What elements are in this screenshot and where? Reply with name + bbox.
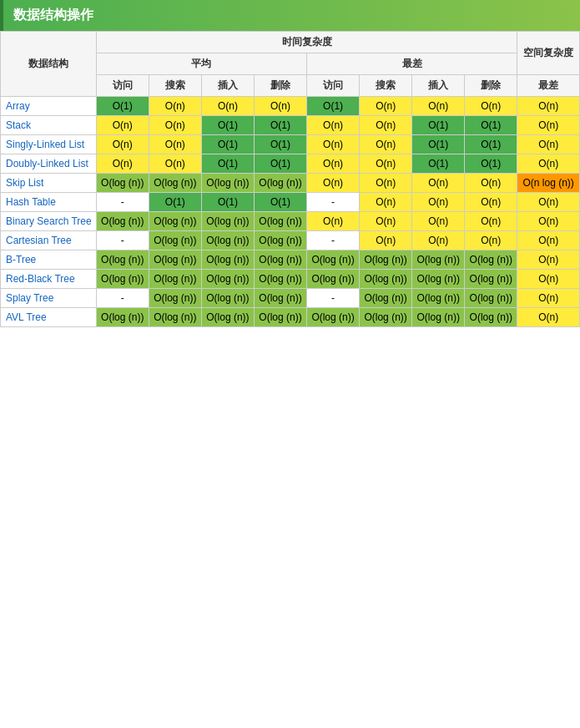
avg-cell: O(log (n)) bbox=[96, 250, 149, 270]
worst-cell: O(log (n)) bbox=[412, 308, 465, 327]
worst-cell: O(n) bbox=[360, 154, 412, 174]
worst-cell: O(n) bbox=[360, 193, 412, 212]
ds-name-cell[interactable]: Hash Table bbox=[1, 193, 97, 212]
avg-cell: O(1) bbox=[254, 193, 306, 212]
worst-cell: O(log (n)) bbox=[360, 250, 412, 270]
ds-name-cell[interactable]: Red-Black Tree bbox=[1, 270, 97, 289]
avg-cell: O(log (n)) bbox=[96, 212, 149, 231]
col-worst-insert: 插入 bbox=[412, 75, 465, 97]
ds-name-cell[interactable]: B-Tree bbox=[1, 250, 97, 270]
avg-cell: O(log (n)) bbox=[201, 250, 254, 270]
avg-cell: O(n) bbox=[96, 116, 149, 135]
space-cell: O(n) bbox=[517, 289, 580, 308]
ds-name-cell[interactable]: Cartesian Tree bbox=[1, 231, 97, 250]
worst-cell: O(log (n)) bbox=[465, 308, 517, 327]
table-row: Splay Tree-O(log (n))O(log (n))O(log (n)… bbox=[1, 289, 580, 308]
avg-cell: O(log (n)) bbox=[254, 270, 306, 289]
ds-name-cell[interactable]: AVL Tree bbox=[1, 308, 97, 327]
worst-cell: O(log (n)) bbox=[465, 250, 517, 270]
ds-name-cell[interactable]: Splay Tree bbox=[1, 289, 97, 308]
ds-name-cell[interactable]: Singly-Linked List bbox=[1, 135, 97, 154]
space-cell: O(n) bbox=[517, 193, 580, 212]
worst-cell: O(log (n)) bbox=[412, 289, 465, 308]
space-cell: O(n) bbox=[517, 212, 580, 231]
header-row-1: 数据结构 时间复杂度 空间复杂度 bbox=[1, 32, 580, 53]
worst-cell: O(log (n)) bbox=[307, 250, 360, 270]
avg-cell: O(log (n)) bbox=[254, 174, 306, 193]
table-row: Singly-Linked ListO(n)O(n)O(1)O(1)O(n)O(… bbox=[1, 135, 580, 154]
page-container: 数据结构操作 数据结构 时间复杂度 空间复杂度 平均 最差 bbox=[0, 0, 580, 327]
avg-cell: O(1) bbox=[96, 97, 149, 116]
avg-cell: O(n) bbox=[96, 135, 149, 154]
avg-cell: O(log (n)) bbox=[201, 231, 254, 250]
page-header: 数据结构操作 bbox=[0, 0, 580, 31]
avg-cell: O(log (n)) bbox=[149, 250, 201, 270]
avg-cell: O(log (n)) bbox=[149, 270, 201, 289]
worst-cell: O(1) bbox=[465, 116, 517, 135]
avg-cell: O(1) bbox=[254, 116, 306, 135]
ds-name-cell[interactable]: Doubly-Linked List bbox=[1, 154, 97, 174]
ds-name-cell[interactable]: Array bbox=[1, 97, 97, 116]
ds-name-cell[interactable]: Stack bbox=[1, 116, 97, 135]
worst-cell: O(1) bbox=[412, 135, 465, 154]
worst-cell: O(n) bbox=[360, 135, 412, 154]
avg-cell: O(n) bbox=[96, 154, 149, 174]
table-row: ArrayO(1)O(n)O(n)O(n)O(1)O(n)O(n)O(n)O(n… bbox=[1, 97, 580, 116]
table-row: Cartesian Tree-O(log (n))O(log (n))O(log… bbox=[1, 231, 580, 250]
table-row: Binary Search TreeO(log (n))O(log (n))O(… bbox=[1, 212, 580, 231]
worst-cell: O(log (n)) bbox=[360, 289, 412, 308]
table-row: StackO(n)O(n)O(1)O(1)O(n)O(n)O(1)O(1)O(n… bbox=[1, 116, 580, 135]
avg-cell: O(n) bbox=[149, 116, 201, 135]
ds-name-cell[interactable]: Binary Search Tree bbox=[1, 212, 97, 231]
worst-cell: - bbox=[307, 289, 360, 308]
worst-cell: O(log (n)) bbox=[412, 250, 465, 270]
table-row: Doubly-Linked ListO(n)O(n)O(1)O(1)O(n)O(… bbox=[1, 154, 580, 174]
col-avg-insert: 插入 bbox=[201, 75, 254, 97]
avg-cell: - bbox=[96, 289, 149, 308]
space-cell: O(n) bbox=[517, 231, 580, 250]
worst-cell: O(n) bbox=[360, 212, 412, 231]
avg-cell: O(log (n)) bbox=[149, 212, 201, 231]
avg-cell: O(n) bbox=[149, 97, 201, 116]
avg-cell: O(n) bbox=[201, 97, 254, 116]
table-row: Red-Black TreeO(log (n))O(log (n))O(log … bbox=[1, 270, 580, 289]
avg-cell: O(log (n)) bbox=[149, 231, 201, 250]
col-avg-delete: 删除 bbox=[254, 75, 306, 97]
avg-cell: O(1) bbox=[254, 135, 306, 154]
ds-name-cell[interactable]: Skip List bbox=[1, 174, 97, 193]
space-cell: O(n) bbox=[517, 97, 580, 116]
worst-cell: O(n) bbox=[465, 97, 517, 116]
avg-cell: - bbox=[96, 193, 149, 212]
avg-cell: O(log (n)) bbox=[149, 174, 201, 193]
avg-cell: O(1) bbox=[254, 154, 306, 174]
col-header-ds: 数据结构 bbox=[1, 32, 97, 97]
avg-cell: O(log (n)) bbox=[254, 289, 306, 308]
worst-cell: O(n) bbox=[307, 174, 360, 193]
avg-cell: O(1) bbox=[201, 193, 254, 212]
worst-cell: O(log (n)) bbox=[465, 289, 517, 308]
worst-cell: O(1) bbox=[465, 154, 517, 174]
worst-cell: O(n) bbox=[465, 212, 517, 231]
table-row: Hash Table-O(1)O(1)O(1)-O(n)O(n)O(n)O(n) bbox=[1, 193, 580, 212]
worst-cell: - bbox=[307, 231, 360, 250]
table-row: AVL TreeO(log (n))O(log (n))O(log (n))O(… bbox=[1, 308, 580, 327]
space-cell: O(n) bbox=[517, 116, 580, 135]
page-title: 数据结构操作 bbox=[13, 8, 93, 22]
col-worst-delete: 删除 bbox=[465, 75, 517, 97]
avg-cell: O(log (n)) bbox=[254, 308, 306, 327]
avg-cell: O(1) bbox=[201, 116, 254, 135]
avg-cell: O(1) bbox=[201, 154, 254, 174]
avg-cell: O(log (n)) bbox=[254, 231, 306, 250]
avg-cell: O(log (n)) bbox=[201, 308, 254, 327]
col-header-space: 空间复杂度 bbox=[517, 32, 580, 75]
avg-cell: O(log (n)) bbox=[254, 250, 306, 270]
worst-cell: O(n) bbox=[465, 193, 517, 212]
worst-cell: O(n) bbox=[360, 231, 412, 250]
col-header-time: 时间复杂度 bbox=[96, 32, 517, 53]
avg-cell: O(1) bbox=[149, 193, 201, 212]
col-worst-search: 搜索 bbox=[360, 75, 412, 97]
avg-cell: O(log (n)) bbox=[201, 289, 254, 308]
data-structures-table: 数据结构 时间复杂度 空间复杂度 平均 最差 访问 搜索 插入 删除 访问 搜索… bbox=[0, 31, 580, 327]
worst-cell: O(n) bbox=[307, 135, 360, 154]
table-body: ArrayO(1)O(n)O(n)O(n)O(1)O(n)O(n)O(n)O(n… bbox=[1, 97, 580, 327]
